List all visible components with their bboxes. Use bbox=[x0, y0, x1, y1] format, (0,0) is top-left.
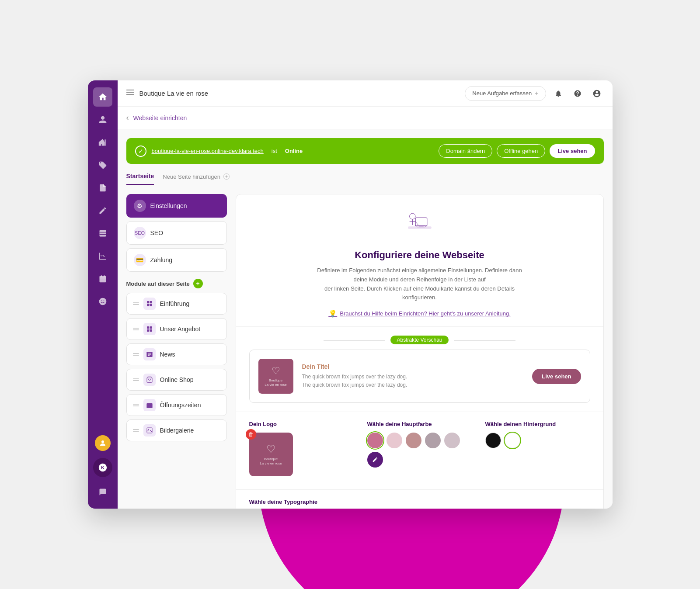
add-module-button[interactable]: + bbox=[193, 279, 203, 288]
notifications-button[interactable] bbox=[551, 87, 565, 100]
topbar-title: Boutique La vie en rose bbox=[139, 90, 460, 97]
color-swatch-1[interactable] bbox=[387, 433, 402, 448]
color-swatch-0[interactable] bbox=[367, 433, 383, 448]
tab-startseite[interactable]: Startseite bbox=[126, 173, 154, 185]
preview-title-text: Dein Titel bbox=[302, 363, 524, 370]
svg-point-38 bbox=[409, 213, 415, 219]
sidebar-item-tags[interactable] bbox=[93, 156, 112, 175]
sidebar-item-documents[interactable] bbox=[93, 178, 112, 197]
preview-section: Abstrakte Vorschau ♡ BoutiqueLa vie en r… bbox=[236, 327, 603, 412]
einstellungen-button[interactable]: ⚙ Einstellungen bbox=[126, 194, 227, 218]
typography-label: Wähle deine Typographie bbox=[249, 499, 590, 505]
svg-rect-22 bbox=[150, 304, 152, 306]
seo-button[interactable]: SEO SEO bbox=[126, 221, 227, 245]
seo-icon: SEO bbox=[134, 227, 146, 239]
svg-rect-19 bbox=[147, 301, 149, 303]
color-label: Wähle deine Hauptfarbe bbox=[367, 421, 472, 427]
color-swatch-2[interactable] bbox=[406, 433, 421, 448]
bg-label: Wähle deinen Hintergrund bbox=[485, 421, 590, 427]
bg-swatch-white[interactable] bbox=[505, 433, 520, 448]
color-swatch-4[interactable] bbox=[444, 433, 460, 448]
color-swatches bbox=[367, 433, 472, 468]
help-link[interactable]: 💡 Brauchst du Hilfe beim Einrichten? Hie… bbox=[249, 309, 590, 318]
right-panel: Konfiguriere deine Webseite Definiere im… bbox=[236, 194, 604, 509]
live-sehen-button-banner[interactable]: Live sehen bbox=[550, 144, 595, 158]
module-unser-angebot[interactable]: Unser Angebot bbox=[126, 318, 227, 340]
logo-upload[interactable]: 🗑 ♡ BoutiqueLa vie en rose bbox=[249, 433, 293, 476]
sidebar-item-home[interactable] bbox=[93, 87, 112, 107]
domain-aendern-button[interactable]: Domain ändern bbox=[439, 144, 492, 158]
svg-rect-14 bbox=[126, 92, 134, 93]
svg-rect-33 bbox=[147, 428, 152, 433]
preview-label: Abstrakte Vorschau bbox=[249, 336, 590, 344]
bg-swatch-black[interactable] bbox=[485, 433, 501, 448]
sidebar-item-edit[interactable] bbox=[93, 201, 112, 220]
module-icon-news bbox=[143, 348, 156, 360]
svg-rect-3 bbox=[99, 276, 106, 282]
svg-text:K: K bbox=[101, 465, 104, 470]
app-window: K Boutique La vie en rose Neue Aufgabe e… bbox=[88, 80, 613, 509]
module-einfuehrung[interactable]: Einführung bbox=[126, 293, 227, 315]
svg-rect-0 bbox=[99, 230, 106, 237]
content-area: ✓ boutique-la-vie-en-rose.online-dev.kla… bbox=[118, 129, 613, 509]
module-bildergalerie[interactable]: Bildergalerie bbox=[126, 419, 227, 441]
module-oeffnungszeiten[interactable]: OPEN Öffnungszeiten bbox=[126, 394, 227, 416]
svg-point-34 bbox=[148, 429, 149, 430]
preview-live-sehen-button[interactable]: Live sehen bbox=[532, 369, 581, 384]
status-actions: Domain ändern Offline gehen Live sehen bbox=[439, 144, 595, 158]
sidebar-item-calendar[interactable] bbox=[93, 269, 112, 288]
settings-row: Dein Logo 🗑 ♡ BoutiqueLa vie en rose Wäh… bbox=[249, 421, 590, 476]
preview-logo: ♡ BoutiqueLa vie en rose bbox=[258, 359, 293, 394]
preview-badge: Abstrakte Vorschau bbox=[390, 336, 448, 344]
svg-point-8 bbox=[101, 301, 102, 301]
topbar: Boutique La vie en rose Neue Aufgabe erf… bbox=[118, 80, 613, 107]
module-online-shop[interactable]: Online Shop bbox=[126, 369, 227, 391]
status-check-icon: ✓ bbox=[135, 146, 146, 157]
svg-point-7 bbox=[99, 298, 106, 305]
color-swatch-3[interactable] bbox=[425, 433, 441, 448]
sidebar-brand-icon[interactable]: K bbox=[93, 458, 112, 477]
sidebar-avatar[interactable] bbox=[95, 435, 111, 451]
main-content: Boutique La vie en rose Neue Aufgabe erf… bbox=[118, 80, 613, 509]
svg-rect-26 bbox=[150, 329, 152, 332]
drag-handle[interactable] bbox=[133, 429, 139, 432]
logo-label: Dein Logo bbox=[249, 421, 354, 427]
help-button[interactable] bbox=[571, 87, 585, 100]
bg-col: Wähle deinen Hintergrund bbox=[485, 421, 590, 448]
tabs-bar: Startseite Neue Seite hinzufügen bbox=[126, 173, 604, 185]
logo-col: Dein Logo 🗑 ♡ BoutiqueLa vie en rose bbox=[249, 421, 354, 476]
zahlung-icon: 💳 bbox=[134, 254, 146, 266]
logo-delete-button[interactable]: 🗑 bbox=[246, 429, 256, 440]
neue-aufgabe-button[interactable]: Neue Aufgabe erfassen + bbox=[465, 86, 546, 101]
typography-section: Wähle deine Typographie bbox=[236, 489, 603, 509]
sidebar-item-notebook[interactable] bbox=[93, 224, 112, 243]
menu-icon[interactable] bbox=[126, 88, 134, 98]
drag-handle[interactable] bbox=[133, 302, 139, 305]
module-icon-angebot bbox=[143, 323, 156, 335]
offline-gehen-button[interactable]: Offline gehen bbox=[497, 144, 545, 158]
sidebar-item-buildings[interactable] bbox=[93, 133, 112, 152]
sidebar-item-chat[interactable] bbox=[93, 482, 112, 502]
left-panel: ⚙ Einstellungen SEO SEO 💳 Zahlung Module… bbox=[126, 194, 227, 509]
drag-handle[interactable] bbox=[133, 328, 139, 330]
drag-handle[interactable] bbox=[133, 404, 139, 406]
zahlung-button[interactable]: 💳 Zahlung bbox=[126, 248, 227, 272]
status-url[interactable]: boutique-la-vie-en-rose.online-dev.klara… bbox=[152, 148, 264, 154]
sidebar-item-users[interactable] bbox=[93, 110, 112, 129]
drag-handle[interactable] bbox=[133, 378, 139, 381]
preview-text2: The quick brown fox jumps over the lazy … bbox=[302, 381, 524, 389]
account-button[interactable] bbox=[590, 87, 604, 100]
sidebar-item-smiley[interactable] bbox=[93, 292, 112, 311]
back-button[interactable]: ‹ bbox=[126, 113, 129, 122]
module-icon-galerie bbox=[143, 424, 156, 437]
color-custom-button[interactable] bbox=[367, 452, 383, 468]
svg-rect-13 bbox=[126, 90, 134, 90]
sidebar-item-stats[interactable] bbox=[93, 246, 112, 266]
tab-add-new-page[interactable]: Neue Seite hinzufügen bbox=[163, 173, 230, 184]
config-description: Definiere im Folgenden zunächst einige a… bbox=[315, 266, 525, 302]
module-news[interactable]: News bbox=[126, 343, 227, 365]
svg-rect-20 bbox=[150, 301, 152, 303]
svg-rect-37 bbox=[419, 226, 424, 227]
drag-handle[interactable] bbox=[133, 353, 139, 356]
sidebar: K bbox=[88, 80, 118, 509]
